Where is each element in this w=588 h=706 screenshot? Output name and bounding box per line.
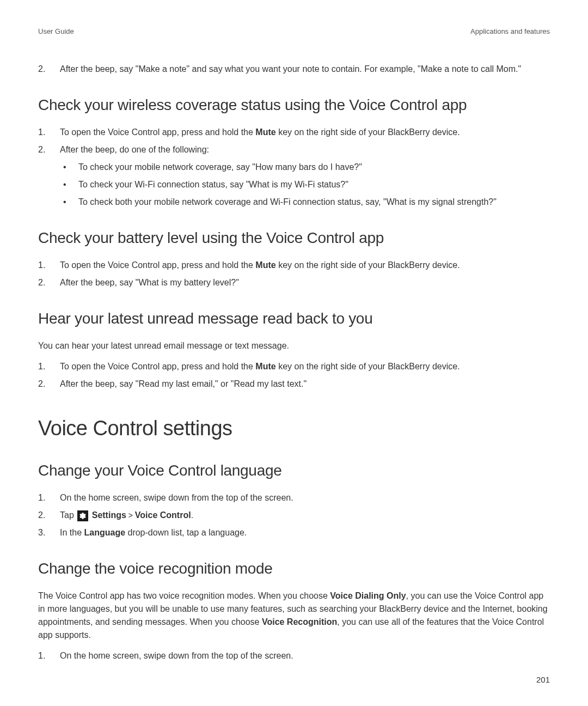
list-item: 1. To open the Voice Control app, press … bbox=[38, 259, 550, 272]
item-number: 2. bbox=[38, 276, 60, 289]
list-item: 1. On the home screen, swipe down from t… bbox=[38, 649, 550, 662]
item-number: 1. bbox=[38, 259, 60, 272]
bold-voice-recognition: Voice Recognition bbox=[262, 617, 337, 626]
intro-step-list: 2. After the beep, say "Make a note" and… bbox=[38, 63, 550, 76]
bold-mute: Mute bbox=[255, 362, 275, 371]
bullet-text: To check your mobile network coverage, s… bbox=[78, 161, 362, 174]
bullet-text: To check your Wi-Fi connection status, s… bbox=[78, 178, 348, 191]
bold-voice-control: Voice Control bbox=[135, 510, 191, 520]
bullet-marker: • bbox=[60, 196, 78, 209]
list-item: 1. On the home screen, swipe down from t… bbox=[38, 491, 550, 504]
item-number: 2. bbox=[38, 143, 60, 156]
section3-intro: You can hear your latest unread email me… bbox=[38, 339, 550, 352]
item-number: 3. bbox=[38, 526, 60, 539]
list-item: 2. Tap Settings > Voice Control. bbox=[38, 509, 550, 522]
bold-voice-dialing: Voice Dialing Only bbox=[330, 591, 406, 600]
item-number: 2. bbox=[38, 509, 60, 522]
list-item: 1. To open the Voice Control app, press … bbox=[38, 126, 550, 139]
bold-language: Language bbox=[84, 528, 125, 537]
bullet-item: • To check your Wi-Fi connection status,… bbox=[60, 178, 550, 191]
bullet-marker: • bbox=[60, 161, 78, 174]
bullet-item: • To check both your mobile network cove… bbox=[60, 196, 550, 209]
header-right: Applications and features bbox=[470, 27, 550, 35]
section1-bullets: • To check your mobile network coverage,… bbox=[60, 161, 550, 209]
bold-mute: Mute bbox=[255, 127, 275, 137]
section-heading-recognition: Change the voice recognition mode bbox=[38, 560, 550, 577]
section4-steps: 1. On the home screen, swipe down from t… bbox=[38, 491, 550, 539]
bullet-text: To check both your mobile network covera… bbox=[78, 196, 497, 209]
list-item: 2. After the beep, say "What is my batte… bbox=[38, 276, 550, 289]
list-item: 2. After the beep, say "Read my last ema… bbox=[38, 378, 550, 391]
item-number: 1. bbox=[38, 126, 60, 139]
item-text: After the beep, say "What is my battery … bbox=[60, 276, 550, 289]
bold-mute: Mute bbox=[255, 260, 275, 270]
list-item: 2. After the beep, do one of the followi… bbox=[38, 143, 550, 156]
section2-steps: 1. To open the Voice Control app, press … bbox=[38, 259, 550, 289]
section5-intro: The Voice Control app has two voice reco… bbox=[38, 589, 550, 642]
item-text: To open the Voice Control app, press and… bbox=[60, 126, 550, 139]
list-item: 1. To open the Voice Control app, press … bbox=[38, 360, 550, 373]
item-number: 1. bbox=[38, 649, 60, 662]
page-number: 201 bbox=[536, 675, 550, 684]
item-text: To open the Voice Control app, press and… bbox=[60, 360, 550, 373]
section-heading-unread: Hear your latest unread message read bac… bbox=[38, 310, 550, 327]
item-text: After the beep, say "Read my last email,… bbox=[60, 378, 550, 391]
item-text: After the beep, say "Make a note" and sa… bbox=[60, 63, 550, 76]
section-heading-language: Change your Voice Control language bbox=[38, 462, 550, 479]
item-text: After the beep, do one of the following: bbox=[60, 143, 550, 156]
gear-icon bbox=[77, 510, 88, 521]
item-text: Tap Settings > Voice Control. bbox=[60, 509, 550, 522]
header-left: User Guide bbox=[38, 27, 74, 35]
item-number: 1. bbox=[38, 360, 60, 373]
section1-steps: 1. To open the Voice Control app, press … bbox=[38, 126, 550, 156]
section-heading-battery: Check your battery level using the Voice… bbox=[38, 229, 550, 247]
bold-settings: Settings bbox=[92, 510, 126, 520]
section-heading-wireless: Check your wireless coverage status usin… bbox=[38, 96, 550, 114]
section3-steps: 1. To open the Voice Control app, press … bbox=[38, 360, 550, 391]
item-text: On the home screen, swipe down from the … bbox=[60, 491, 550, 504]
list-item: 3. In the Language drop-down list, tap a… bbox=[38, 526, 550, 539]
bullet-marker: • bbox=[60, 178, 78, 191]
item-number: 1. bbox=[38, 491, 60, 504]
item-number: 2. bbox=[38, 378, 60, 391]
item-text: On the home screen, swipe down from the … bbox=[60, 649, 550, 662]
item-number: 2. bbox=[38, 63, 60, 76]
list-item: 2. After the beep, say "Make a note" and… bbox=[38, 63, 550, 76]
main-heading: Voice Control settings bbox=[38, 417, 550, 440]
section5-steps: 1. On the home screen, swipe down from t… bbox=[38, 649, 550, 662]
item-text: In the Language drop-down list, tap a la… bbox=[60, 526, 550, 539]
bullet-item: • To check your mobile network coverage,… bbox=[60, 161, 550, 174]
item-text: To open the Voice Control app, press and… bbox=[60, 259, 550, 272]
page-header: User Guide Applications and features bbox=[38, 27, 550, 35]
